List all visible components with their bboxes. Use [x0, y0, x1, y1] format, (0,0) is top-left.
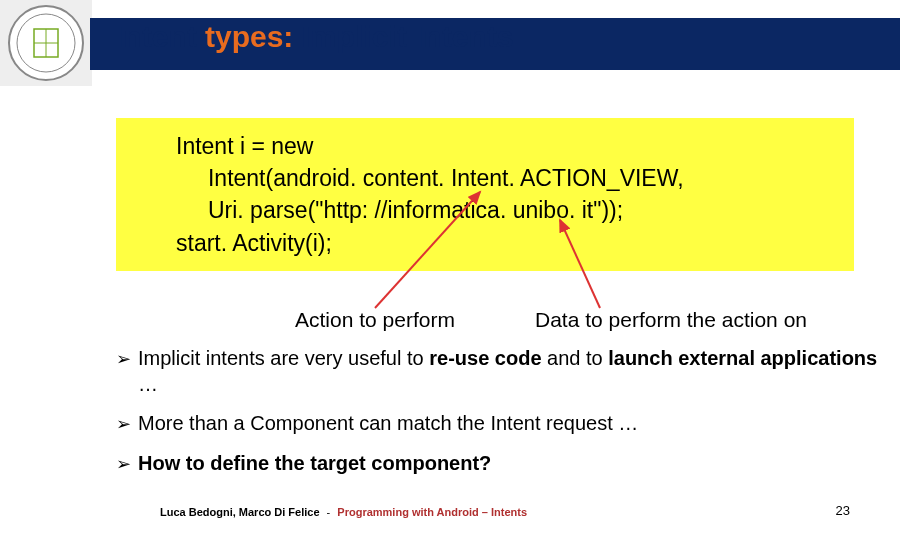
annotation-data: Data to perform the action on	[535, 308, 807, 332]
footer-sep: -	[327, 506, 331, 518]
bullet-item: ➢ How to define the target component?	[116, 451, 880, 477]
code-example: Intent i = new Intent(android. content. …	[116, 118, 854, 271]
bullet-marker: ➢	[116, 453, 138, 476]
seal-icon	[4, 3, 88, 83]
university-seal	[0, 0, 92, 86]
code-line-4: start. Activity(i);	[126, 227, 844, 259]
footer-authors: Luca Bedogni, Marco Di Felice	[160, 506, 320, 518]
code-line-3: Uri. parse("http: //informatica. unibo. …	[126, 194, 844, 226]
bullet-text: Implicit intents are very useful to re-u…	[138, 346, 880, 397]
title-part2: types:	[205, 20, 293, 53]
title-part3: Implicit Intents	[293, 20, 513, 53]
bullet-item: ➢ Implicit intents are very useful to re…	[116, 346, 880, 397]
bullet-item: ➢ More than a Component can match the In…	[116, 411, 880, 437]
bullet-list: ➢ Implicit intents are very useful to re…	[116, 346, 880, 490]
slide-title: Intent types: Implicit Intents	[115, 20, 513, 54]
code-line-2: Intent(android. content. Intent. ACTION_…	[126, 162, 844, 194]
bullet-marker: ➢	[116, 413, 138, 436]
page-number: 23	[836, 503, 850, 518]
footer-subject: Programming with Android – Intents	[337, 506, 527, 518]
annotation-action: Action to perform	[295, 308, 455, 332]
footer: Luca Bedogni, Marco Di Felice - Programm…	[160, 506, 527, 518]
bullet-text: How to define the target component?	[138, 451, 491, 477]
code-line-1: Intent i = new	[126, 130, 844, 162]
bullet-marker: ➢	[116, 348, 138, 371]
title-part1: Intent	[115, 20, 205, 53]
bullet-text: More than a Component can match the Inte…	[138, 411, 638, 437]
